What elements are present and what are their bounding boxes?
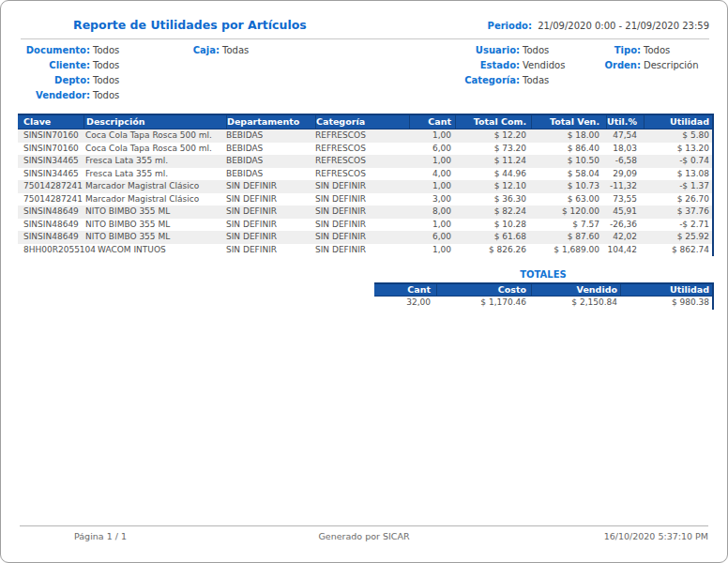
cell-descripcion: NITO BIMBO 355 ML [83, 231, 226, 244]
filters-right: Tipo:Todos Orden:Descripción [564, 43, 699, 73]
cell-util-pct: -11,32 [606, 180, 644, 193]
cell-categoria: REFRESCOS [315, 143, 409, 156]
filter-caja-value: Todas [222, 45, 249, 55]
footer-divider [20, 525, 708, 526]
totals-costo: $ 1,170.46 [436, 297, 531, 310]
cell-util-pct: 104,42 [606, 244, 644, 257]
cell-total-com: $ 826.26 [455, 244, 531, 257]
totals-utilidad: $ 980.38 [620, 297, 712, 310]
cell-cant: 6,00 [409, 231, 455, 244]
totals-row: 32,00 $ 1,170.46 $ 2,150.84 $ 980.38 [374, 297, 712, 310]
articles-table: Clave Descripción Departamento Categoría… [18, 114, 714, 256]
table-row: SINSIN34465Fresca Lata 355 ml.BEBIDASREF… [18, 155, 712, 168]
cell-departamento: BEBIDAS [226, 155, 315, 168]
cell-descripcion: Marcador Magistral Clásico [83, 193, 226, 206]
cell-descripcion: Coca Cola Tapa Rosca 500 ml. [83, 129, 226, 143]
filter-documento-label: Documento: [18, 43, 90, 58]
cell-cant: 1,00 [409, 155, 455, 168]
cell-total-com: $ 82.24 [455, 205, 531, 219]
filter-estado-value: Vendidos [523, 60, 565, 70]
cell-total-ven: $ 87.60 [531, 231, 606, 244]
cell-util-pct: 18,03 [606, 143, 644, 156]
filter-tipo: Tipo:Todos [564, 43, 699, 58]
periodo-value: 21/09/2020 0:00 - 21/09/2020 23:59 [538, 21, 709, 31]
cell-categoria: REFRESCOS [315, 168, 409, 181]
cell-total-com: $ 36.30 [455, 193, 531, 206]
table-row: SINSIN48649NITO BIMBO 355 MLSIN DEFINIRS… [18, 219, 712, 232]
filter-cliente-label: Cliente: [18, 58, 90, 73]
cell-util-pct: -26,36 [606, 219, 644, 232]
cell-cant: 8,00 [409, 205, 455, 219]
generated-datetime: 16/10/2020 5:37:10 PM [604, 531, 708, 541]
cell-total-com: $ 11.24 [455, 155, 531, 168]
col-total-com: Total Com. [455, 115, 531, 129]
cell-util-pct: -6,58 [606, 155, 644, 168]
totals-vendido: $ 2,150.84 [531, 297, 620, 310]
cell-clave: 75014287241 [18, 180, 83, 193]
table-row: 75014287241Marcador Magistral ClásicoSIN… [18, 180, 712, 193]
report-page: Reporte de Utilidades por Artículos Peri… [0, 0, 728, 563]
cell-departamento: SIN DEFINIR [226, 180, 315, 193]
filter-tipo-label: Tipo: [564, 43, 641, 58]
totals-col-utilidad: Utilidad [620, 284, 712, 296]
cell-descripcion: NITO BIMBO 355 ML [83, 205, 226, 219]
col-total-ven: Total Ven. [531, 115, 606, 129]
cell-total-ven: $ 7.57 [531, 219, 606, 232]
cell-categoria: SIN DEFINIR [315, 244, 409, 257]
cell-utilidad: -$ 0.74 [644, 155, 712, 168]
cell-clave: SINSIN48649 [18, 205, 83, 219]
col-descripcion: Descripción [83, 115, 226, 129]
cell-departamento: BEBIDAS [226, 129, 315, 143]
cell-clave: SINSIN34465 [18, 155, 83, 168]
cell-cant: 1,00 [409, 129, 455, 143]
totals-col-costo: Costo [436, 284, 531, 296]
cell-cant: 1,00 [409, 219, 455, 232]
cell-categoria: SIN DEFINIR [315, 180, 409, 193]
cell-util-pct: 29,09 [606, 168, 644, 181]
cell-total-ven: $ 1,689.00 [531, 244, 606, 257]
cell-descripcion: Coca Cola Tapa Rosca 500 ml. [83, 143, 226, 156]
cell-departamento: BEBIDAS [226, 143, 315, 156]
cell-total-ven: $ 18.00 [531, 129, 606, 143]
cell-categoria: SIN DEFINIR [315, 219, 409, 232]
cell-departamento: SIN DEFINIR [226, 193, 315, 206]
cell-total-ven: $ 58.04 [531, 168, 606, 181]
table-row: SINSIN34465Fresca Lata 355 ml.BEBIDASREF… [18, 168, 712, 181]
col-clave: Clave [18, 115, 83, 129]
totals-cant: 32,00 [374, 297, 436, 310]
cell-util-pct: 47,54 [606, 129, 644, 143]
cell-total-com: $ 61.68 [455, 231, 531, 244]
cell-clave: SINSIN48649 [18, 231, 83, 244]
filter-vendedor-label: Vendedor: [18, 88, 90, 103]
filter-cliente-value: Todos [93, 60, 119, 70]
filter-documento-value: Todos [93, 45, 119, 55]
cell-descripcion: WACOM INTUOS [96, 244, 226, 257]
cell-cant: 1,00 [409, 180, 455, 193]
cell-cant: 6,00 [409, 143, 455, 156]
col-utilidad: Utilidad [644, 115, 712, 129]
filter-usuario-value: Todos [523, 45, 549, 55]
table-row: SINSIN48649NITO BIMBO 355 MLSIN DEFINIRS… [18, 231, 712, 244]
cell-clave: SINSIN70160 [18, 129, 83, 143]
filter-cliente: Cliente:Todos [18, 58, 119, 73]
table-row: SINSIN70160Coca Cola Tapa Rosca 500 ml.B… [18, 143, 712, 156]
col-departamento: Departamento [226, 115, 315, 129]
filter-usuario: Usuario:Todos [404, 43, 565, 58]
cell-total-ven: $ 120.00 [531, 205, 606, 219]
cell-util-pct: 45,91 [606, 205, 644, 219]
cell-utilidad: $ 25.92 [644, 231, 712, 244]
filters-middle: Usuario:Todos Estado:Vendidos Categoría:… [404, 43, 565, 88]
totals-col-vendido: Vendido [531, 284, 620, 296]
cell-utilidad: -$ 2.71 [644, 219, 712, 232]
filter-orden-value: Descripción [644, 60, 699, 70]
filter-caja-label: Caja: [160, 43, 220, 58]
cell-total-com: $ 73.20 [455, 143, 531, 156]
col-util-pct: Util.% [606, 115, 644, 129]
cell-util-pct: 42,02 [606, 231, 644, 244]
filters-left: Documento:Todos Cliente:Todos Depto:Todo… [18, 43, 119, 103]
periodo-label: Periodo: [488, 21, 532, 31]
cell-categoria: REFRESCOS [315, 155, 409, 168]
cell-cant: 4,00 [409, 168, 455, 181]
filter-orden: Orden:Descripción [564, 58, 699, 73]
filter-depto-label: Depto: [18, 73, 90, 88]
